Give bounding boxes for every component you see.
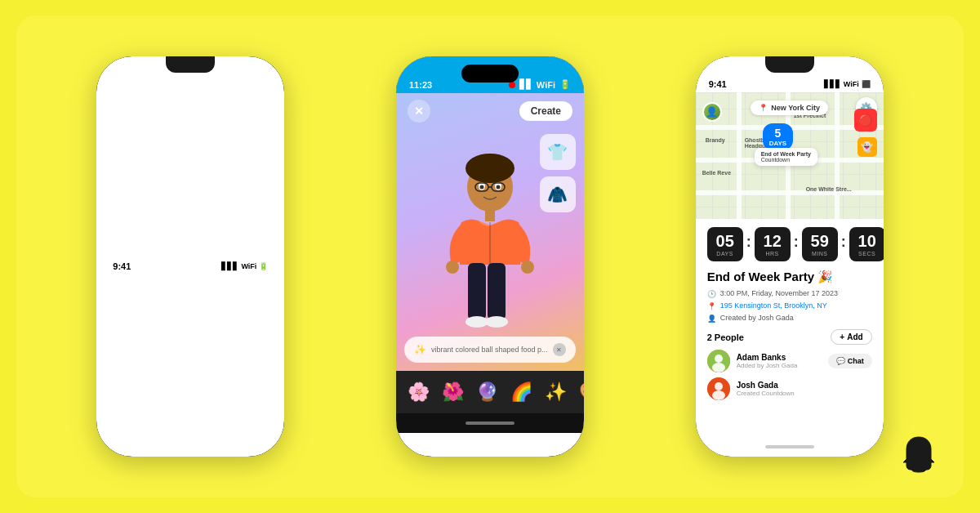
timer-days-num: 05	[714, 232, 737, 251]
people-header: 2 People + Add	[707, 329, 872, 345]
signal-icon: ▋▋▋	[221, 262, 238, 270]
map-section: Brandy Belle Reve Ghostbusters Headquart…	[696, 92, 884, 219]
emoji-opt-3[interactable]: 🔮	[473, 377, 502, 407]
timer-secs-num: 10	[856, 232, 879, 251]
person-row-1: Adam Banks Added by Josh Gada 💬 Chat	[707, 350, 872, 372]
home-bar-3	[765, 445, 814, 448]
battery-icon-3: ⬛	[862, 80, 871, 88]
person-sub-1: Added by Josh Gada	[737, 362, 822, 369]
time-3: 9:41	[709, 79, 727, 89]
person-row-2: Josh Gada Created Countdown	[707, 377, 872, 400]
outfit-hoodie-2[interactable]: 🧥	[540, 176, 576, 212]
person-sub-2: Created Countdown	[737, 390, 872, 397]
person-name-1: Adam Banks	[737, 353, 822, 362]
svg-rect-12	[485, 210, 495, 221]
snapchat-logo	[898, 433, 939, 481]
signal-icon-2: ▋▋	[519, 79, 532, 90]
emoji-opt-4[interactable]: 🌈	[507, 377, 537, 407]
timer-secs: 10 SECS	[849, 227, 884, 261]
svg-point-16	[485, 316, 508, 328]
signal-icon-3: ▋▋▋	[824, 80, 841, 88]
ai-prompt-close[interactable]: ✕	[553, 343, 566, 356]
status-icons-3: ▋▋▋ WiFi ⬛	[824, 80, 871, 88]
phone-event: 9:41 ▋▋▋ WiFi ⬛ Brandy Belle Reve	[696, 56, 884, 457]
svg-point-17	[446, 261, 459, 274]
location-icon: 📍	[759, 104, 768, 112]
event-popup-title: End of Week Party	[761, 151, 811, 157]
time-1: 9:41	[113, 261, 131, 271]
phone-chat: 9:41 ▋▋▋ WiFi 🔋 ‹ Jane Bradley Williamsb…	[96, 56, 284, 457]
people-count-label: 2 People	[707, 332, 744, 342]
map-label-belle-reve: Belle Reve	[702, 170, 731, 176]
outfit-hoodie-1[interactable]: 👕	[540, 134, 576, 170]
event-creator-text: Created by Josh Gada	[720, 314, 794, 322]
event-address: 📍 195 Kensington St, Brooklyn, NY	[707, 301, 872, 310]
timer-days-lbl: DAYS	[714, 251, 737, 256]
ai-prompt-bar[interactable]: ✨ vibrant colored ball shaped food p... …	[404, 337, 576, 363]
timer-sep-3: :	[841, 234, 846, 251]
add-person-button[interactable]: + Add	[831, 329, 871, 345]
badge-days-label: DAYS	[769, 140, 787, 147]
timer-hrs: 12 HRS	[755, 227, 791, 261]
svg-point-21	[712, 363, 725, 372]
home-indicator-3	[696, 437, 884, 457]
battery-icon: 🔋	[259, 262, 268, 270]
ghostbusters-icon: 👻	[858, 137, 877, 157]
timer-sep-1: :	[746, 234, 751, 251]
countdown-badge: 5 DAYS	[763, 123, 794, 150]
map-label-white-st: One White Stre...	[806, 186, 852, 192]
ghost-icon	[898, 433, 939, 474]
person-avatar-1	[707, 350, 730, 372]
plus-icon: +	[840, 332, 844, 341]
svg-point-7	[479, 185, 483, 190]
time-2: 11:23	[409, 80, 432, 90]
timer-sep-2: :	[794, 234, 799, 251]
person-chat-button-1[interactable]: 💬 Chat	[828, 354, 872, 368]
ai-prompt-text: vibrant colored ball shaped food p...	[431, 346, 548, 354]
svg-point-23	[715, 382, 723, 390]
event-address-link[interactable]: 195 Kensington St, Brooklyn, NY	[720, 301, 827, 310]
map-search-bar[interactable]: 📍 New York City	[751, 100, 828, 115]
phone-avatar: 11:23 ▋▋ WiFi 🔋 ✕ Create 👕 🧥	[396, 56, 584, 457]
svg-rect-14	[488, 263, 506, 320]
person-avatar-2	[707, 377, 730, 400]
notch	[166, 56, 215, 73]
timer-mins: 59 MINS	[802, 227, 838, 261]
home-indicator-2	[396, 413, 584, 433]
event-popup-subtitle: Countdown	[761, 157, 811, 163]
status-icons-1: ▋▋▋ WiFi 🔋	[221, 262, 268, 270]
svg-point-15	[466, 316, 488, 328]
dynamic-island	[461, 65, 519, 83]
countdown-timer: 05 DAYS : 12 HRS : 59 MINS : 10	[707, 227, 872, 261]
outfit-options: 👕 🧥	[540, 134, 576, 212]
map-alert-zone: 🔴	[854, 109, 877, 132]
event-section: 05 DAYS : 12 HRS : 59 MINS : 10	[696, 219, 884, 437]
event-creator: 👤 Created by Josh Gada	[707, 314, 872, 323]
person-icon: 👤	[707, 314, 716, 323]
wifi-icon-2: WiFi	[537, 80, 555, 90]
close-button[interactable]: ✕	[408, 100, 430, 123]
notch-3	[765, 56, 814, 73]
person-info-2: Josh Gada Created Countdown	[737, 381, 872, 397]
emoji-opt-5[interactable]: ✨	[541, 377, 571, 407]
map-label-brandy: Brandy	[706, 137, 725, 143]
emoji-opt-6[interactable]: 🎨	[576, 377, 584, 407]
svg-rect-13	[468, 263, 486, 320]
svg-point-4	[466, 154, 514, 183]
avatar-screen: ✕ Create 👕 🧥	[396, 93, 584, 371]
main-container: 9:41 ▋▋▋ WiFi 🔋 ‹ Jane Bradley Williamsb…	[16, 16, 964, 497]
home-bar-2	[466, 422, 514, 425]
emoji-opt-1[interactable]: 🌸	[404, 377, 434, 407]
add-label: Add	[847, 332, 862, 341]
timer-mins-lbl: MINS	[808, 251, 831, 256]
emoji-opt-2[interactable]: 🌺	[439, 377, 468, 407]
create-button[interactable]: Create	[519, 101, 572, 121]
event-datetime-text: 3:00 PM, Friday, November 17 2023	[720, 289, 838, 297]
wifi-icon-3: WiFi	[844, 80, 859, 88]
event-title-main: End of Week Party 🎉	[707, 270, 872, 284]
svg-point-20	[715, 355, 723, 363]
emoji-picker-row: 🌸 🌺 🔮 🌈 ✨ 🎨	[396, 371, 584, 413]
event-datetime: 🕒 3:00 PM, Friday, November 17 2023	[707, 289, 872, 298]
clock-icon: 🕒	[707, 290, 716, 298]
sparkle-icon: ✨	[414, 344, 426, 355]
